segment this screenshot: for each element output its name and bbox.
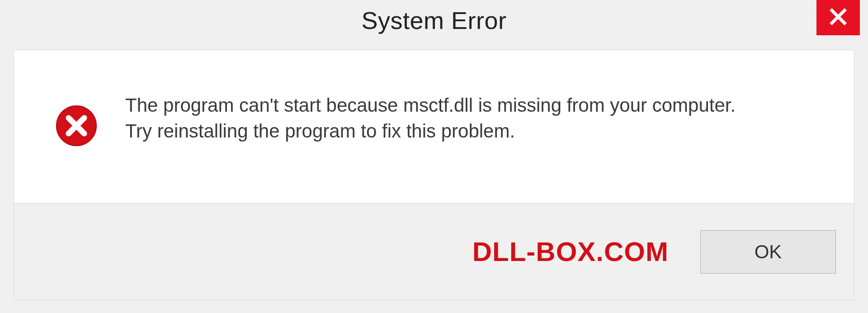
titlebar: System Error bbox=[0, 0, 868, 41]
dialog-title: System Error bbox=[361, 6, 506, 34]
message-block: The program can't start because msctf.dl… bbox=[125, 93, 736, 144]
message-line-2: Try reinstalling the program to fix this… bbox=[125, 119, 736, 144]
footer-inner: DLL-BOX.COM OK bbox=[472, 230, 836, 274]
watermark-text: DLL-BOX.COM bbox=[472, 236, 669, 267]
close-icon bbox=[829, 8, 847, 28]
message-line-1: The program can't start because msctf.dl… bbox=[125, 93, 736, 119]
dialog-footer: DLL-BOX.COM OK bbox=[14, 204, 854, 300]
ok-button[interactable]: OK bbox=[700, 230, 836, 274]
error-icon bbox=[55, 104, 98, 149]
close-button[interactable] bbox=[816, 0, 860, 35]
content-panel: The program can't start because msctf.dl… bbox=[14, 50, 854, 204]
